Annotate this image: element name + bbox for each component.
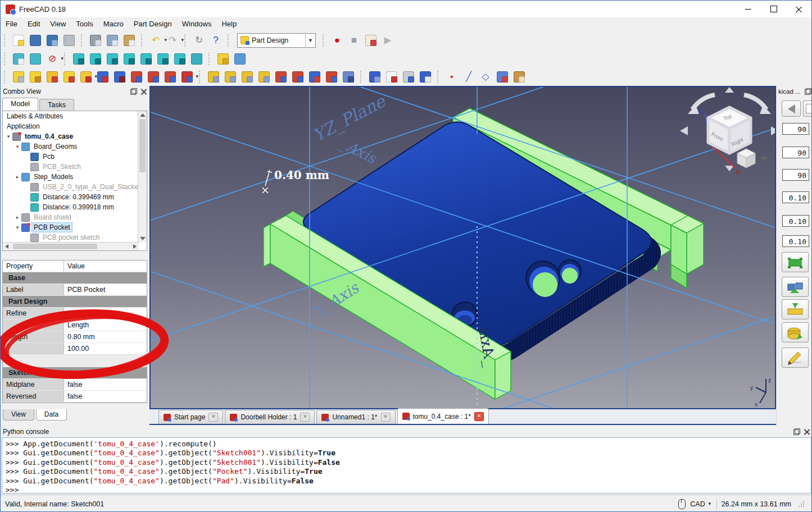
print-button[interactable] xyxy=(61,33,77,48)
subtractive-primitive-dropdown-icon[interactable]: ▾ xyxy=(196,74,198,79)
copy-button[interactable] xyxy=(105,33,120,48)
kicad-spin-field-4[interactable]: 0.10 xyxy=(782,191,809,203)
menu-file[interactable]: File xyxy=(1,17,22,30)
polar-pattern-button[interactable] xyxy=(239,69,255,85)
place-footprints-button[interactable] xyxy=(782,252,809,272)
groove-button[interactable] xyxy=(129,69,144,85)
tab-data[interactable]: Data xyxy=(36,409,67,420)
save-file-button[interactable] xyxy=(44,33,60,48)
menu-view[interactable]: View xyxy=(45,17,71,30)
measure-distance-button[interactable] xyxy=(189,51,205,67)
fillet-button[interactable] xyxy=(273,69,289,85)
push-cylinder-button[interactable] xyxy=(782,322,809,342)
new-file-button[interactable] xyxy=(11,33,26,48)
tree-vertical-scrollbar[interactable] xyxy=(138,111,147,243)
nav-small-cube[interactable] xyxy=(737,149,755,168)
additive-loft-button[interactable] xyxy=(44,69,60,85)
macro-record-button[interactable]: ● xyxy=(329,33,345,48)
create-rhombus-button[interactable]: ◇ xyxy=(478,69,493,85)
tab-tasks[interactable]: Tasks xyxy=(39,99,74,111)
tree-item-pcb-pocket-sketch[interactable]: PCB pocket sketch xyxy=(3,232,139,243)
shape-binder-button[interactable] xyxy=(367,69,383,85)
tab-close-icon[interactable]: ✕ xyxy=(381,413,391,422)
redo-button[interactable]: ↷▾ xyxy=(165,33,180,48)
create-bspline-button[interactable] xyxy=(495,69,510,85)
draft-button[interactable] xyxy=(307,69,323,85)
tree-item-doc-tomu-case[interactable]: ▾tomu_0.4_case xyxy=(3,131,139,141)
property-value[interactable]: false xyxy=(64,379,147,390)
tree-horizontal-scrollbar[interactable] xyxy=(3,242,139,250)
push-board-button[interactable] xyxy=(782,299,809,319)
kicad-panel-float-button[interactable] xyxy=(805,88,811,95)
create-line-button[interactable]: ╱ xyxy=(461,69,477,85)
tree-item-usb-jack[interactable]: USB_2_0_type_A_Dual_Stacked_jac xyxy=(3,182,139,192)
create-part-button[interactable] xyxy=(215,51,231,67)
view-front-button[interactable] xyxy=(88,51,103,67)
tab-view[interactable]: View xyxy=(3,409,34,420)
nav-mode-selector[interactable]: CAD ▼ xyxy=(690,500,711,508)
tab-model[interactable]: Model xyxy=(2,98,38,111)
subtractive-primitive-button[interactable]: ▾ xyxy=(179,69,195,85)
minimize-button[interactable] xyxy=(736,1,761,17)
close-button[interactable] xyxy=(786,1,811,17)
combo-view-float-button[interactable] xyxy=(130,88,137,95)
additive-primitive-button[interactable]: ▾ xyxy=(78,69,94,85)
view-right-button[interactable] xyxy=(121,51,137,67)
kicad-page-button[interactable] xyxy=(803,100,812,117)
kicad-spin-field-1[interactable]: 90 xyxy=(782,123,809,135)
tree-item-board-shield[interactable]: ▸Board shield xyxy=(3,212,139,222)
subtractive-sweep-button[interactable] xyxy=(162,69,178,85)
view-axonometric-button[interactable] xyxy=(71,51,87,67)
document-tab-unnamed1-1[interactable]: Unnamed1 : 1*✕ xyxy=(316,410,395,424)
expand-board-shield[interactable]: ▸ xyxy=(14,214,21,220)
property-value[interactable]: 100.00 xyxy=(64,343,147,354)
boolean-operation-button[interactable] xyxy=(341,69,356,85)
property-value[interactable]: false xyxy=(64,308,147,319)
load-parts-button[interactable] xyxy=(782,277,809,297)
tree-item-distance-1[interactable]: Distance: 0.399469 mm xyxy=(3,192,139,202)
cut-button[interactable] xyxy=(88,33,103,48)
menu-edit[interactable]: Edit xyxy=(22,17,45,30)
property-value[interactable]: PCB Pocket xyxy=(64,284,147,295)
workbench-selector[interactable]: Part Design ▼ xyxy=(237,33,316,48)
workbench-dropdown-icon[interactable]: ▼ xyxy=(305,34,315,47)
paste-button[interactable] xyxy=(121,33,137,48)
kicad-spin-field-3[interactable]: 90 xyxy=(782,169,809,181)
tree-item-pcb-pocket[interactable]: ▾PCB Pocket xyxy=(3,222,139,232)
document-tab-start-page[interactable]: Start page✕ xyxy=(158,410,223,424)
python-console-body[interactable]: >>> App.getDocument('tomu_0_4_case').rec… xyxy=(2,437,811,493)
fit-all-button[interactable] xyxy=(11,51,26,67)
tab-close-icon[interactable]: ✕ xyxy=(474,412,484,421)
tree-item-pcb[interactable]: Pcb xyxy=(3,152,139,162)
kicad-back-button[interactable] xyxy=(782,100,801,117)
mirrored-button[interactable] xyxy=(206,69,221,85)
tree-item-labels-attributes[interactable]: Labels & Attributes xyxy=(3,111,139,121)
kicad-spin-field-5[interactable]: 0.10 xyxy=(782,215,809,227)
expand-board-geoms[interactable]: ▾ xyxy=(14,144,21,149)
expand-pcb-pocket[interactable]: ▾ xyxy=(14,225,21,230)
linear-pattern-button[interactable] xyxy=(223,69,238,85)
revolution-button[interactable] xyxy=(28,69,43,85)
macro-stop-button[interactable]: ■ xyxy=(346,33,362,48)
view-top-button[interactable] xyxy=(105,51,120,67)
validate-sketch-button[interactable] xyxy=(401,69,416,85)
view-rear-button[interactable] xyxy=(138,51,154,67)
view-left-button[interactable] xyxy=(172,51,188,67)
view-bottom-button[interactable] xyxy=(155,51,171,67)
document-tab-doorbell-holder-1[interactable]: Doorbell Holder : 1✕ xyxy=(225,410,315,424)
python-console-float-button[interactable] xyxy=(793,428,800,435)
additive-sweep-button[interactable] xyxy=(61,69,77,85)
python-console-close-button[interactable] xyxy=(804,428,810,435)
resize-grip[interactable] xyxy=(798,501,805,508)
pocket-button[interactable] xyxy=(95,69,111,85)
property-value[interactable]: false xyxy=(64,391,147,402)
open-file-button[interactable] xyxy=(28,33,43,48)
macro-play-button[interactable]: ▶ xyxy=(380,33,396,48)
refresh-button[interactable]: ↻ xyxy=(191,33,207,48)
tree-item-step-models[interactable]: ▸Step_Models xyxy=(3,172,139,182)
create-group-button[interactable] xyxy=(232,51,248,67)
menu-help[interactable]: Help xyxy=(216,17,242,30)
macro-edit-button[interactable] xyxy=(363,33,379,48)
tab-close-icon[interactable]: ✕ xyxy=(300,413,310,422)
menu-windows[interactable]: Windows xyxy=(177,17,217,30)
